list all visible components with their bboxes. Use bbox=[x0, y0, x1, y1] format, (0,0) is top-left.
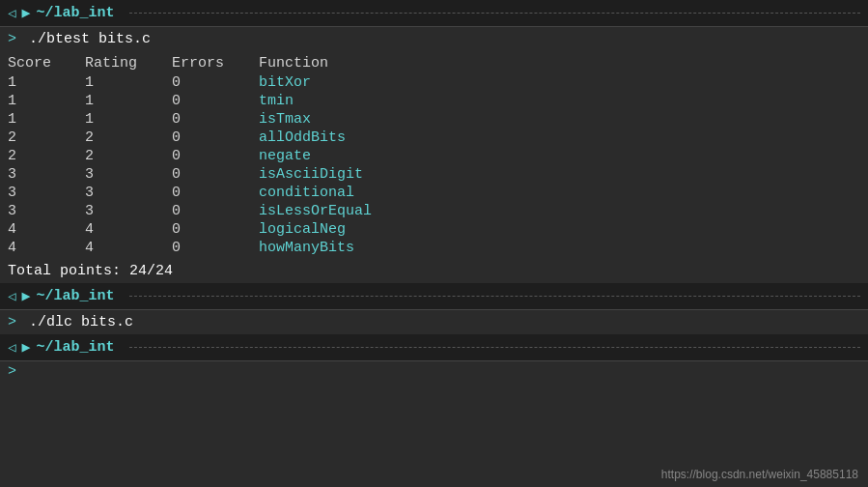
command-2-text: ./dlc bits.c bbox=[29, 314, 133, 330]
table-row: 2 2 0 negate bbox=[8, 147, 868, 165]
table-row: 3 3 0 isLessOrEqual bbox=[8, 202, 868, 220]
table-row: 4 4 0 logicalNeg bbox=[8, 220, 868, 239]
command-2: > ./dlc bits.c bbox=[0, 310, 868, 334]
separator-3 bbox=[129, 347, 860, 348]
table-header: Score Rating Errors Function bbox=[8, 53, 868, 73]
row-0-score: 1 bbox=[8, 74, 85, 91]
table-row: 4 4 0 howManyBits bbox=[8, 239, 868, 257]
table-row: 1 1 0 isTmax bbox=[8, 110, 868, 129]
table-row: 3 3 0 isAsciiDigit bbox=[8, 165, 868, 184]
table-row: 2 2 0 allOddBits bbox=[8, 129, 868, 147]
command-1-text: ./btest bits.c bbox=[29, 31, 151, 47]
prompt-bar-1: ◁ ▶ ~/lab_int bbox=[0, 0, 868, 27]
prompt-dir-2: ~/lab_int bbox=[36, 288, 114, 304]
prompt-arrow-1: ▶ bbox=[21, 4, 30, 22]
cursor-line: > bbox=[0, 361, 868, 382]
command-1: > ./btest bits.c bbox=[0, 27, 868, 51]
prompt-arrow-3: ▶ bbox=[21, 338, 30, 357]
watermark: https://blog.csdn.net/weixin_45885118 bbox=[661, 468, 858, 481]
row-0-rating: 1 bbox=[85, 74, 172, 91]
separator-1 bbox=[129, 13, 860, 14]
col-header-errors: Errors bbox=[172, 55, 259, 72]
col-header-rating: Rating bbox=[85, 55, 172, 72]
prompt-arrow-2: ▶ bbox=[21, 287, 30, 305]
row-0-errors: 0 bbox=[172, 74, 259, 91]
prompt-symbol-1: ◁ bbox=[8, 5, 15, 21]
prompt-bar-2: ◁ ▶ ~/lab_int bbox=[0, 283, 868, 310]
table-row: 1 1 0 bitXor bbox=[8, 73, 868, 92]
prompt-symbol-3: ◁ bbox=[8, 339, 15, 356]
terminal: ◁ ▶ ~/lab_int > ./btest bits.c Score Rat… bbox=[0, 0, 868, 487]
prompt-dir-1: ~/lab_int bbox=[36, 5, 114, 21]
table-row: 3 3 0 conditional bbox=[8, 184, 868, 202]
row-0-function: bitXor bbox=[259, 74, 500, 91]
table-row: 1 1 0 tmin bbox=[8, 92, 868, 110]
prompt-dir-3: ~/lab_int bbox=[36, 339, 114, 356]
results-table: Score Rating Errors Function 1 1 0 bitXo… bbox=[0, 51, 868, 259]
total-points: Total points: 24/24 bbox=[0, 259, 868, 283]
col-header-function: Function bbox=[259, 55, 500, 72]
prompt-symbol-2: ◁ bbox=[8, 288, 15, 304]
cursor-prompt: > bbox=[8, 363, 16, 380]
separator-2 bbox=[129, 296, 860, 297]
col-header-score: Score bbox=[8, 55, 85, 72]
prompt-bar-3: ◁ ▶ ~/lab_int bbox=[0, 334, 868, 361]
